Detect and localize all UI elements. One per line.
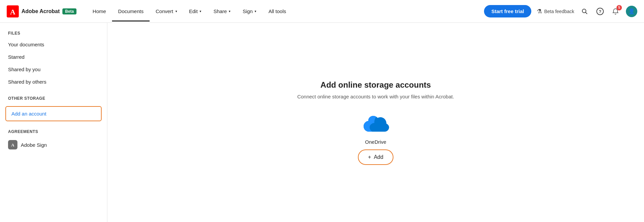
help-button[interactable]: ?: [595, 6, 605, 16]
add-account-button[interactable]: Add an account: [5, 106, 102, 121]
sidebar-item-shared-by-you[interactable]: Shared by you: [0, 63, 107, 76]
app-header: A Adobe Acrobat Beta Home Documents Conv…: [0, 0, 644, 23]
page-subtitle: Connect online storage accounts to work …: [297, 94, 454, 99]
nav-convert[interactable]: Convert ▾: [150, 1, 183, 21]
notification-badge: 5: [616, 5, 622, 10]
search-icon: [581, 8, 588, 15]
beta-badge: Beta: [62, 8, 76, 14]
beta-feedback-button[interactable]: ⚗ Beta feedback: [537, 8, 574, 15]
acrobat-logo-icon: A: [7, 5, 19, 17]
share-chevron-icon: ▾: [229, 9, 230, 13]
sidebar-item-your-documents[interactable]: Your documents: [0, 38, 107, 51]
sidebar: FILES Your documents Starred Shared by y…: [0, 23, 107, 222]
other-storage-title: OTHER STORAGE: [0, 96, 107, 103]
flask-icon: ⚗: [537, 8, 542, 15]
start-trial-button[interactable]: Start free trial: [484, 5, 532, 17]
svg-text:?: ?: [599, 9, 601, 14]
plus-icon: +: [368, 154, 371, 160]
svg-text:A: A: [10, 8, 15, 16]
svg-text:A: A: [11, 142, 14, 147]
edit-chevron-icon: ▾: [200, 9, 201, 13]
add-label: Add: [374, 154, 383, 160]
sidebar-item-starred[interactable]: Starred: [0, 51, 107, 63]
logo-area: A Adobe Acrobat Beta: [7, 5, 76, 17]
main-content: Add online storage accounts Connect onli…: [107, 23, 644, 222]
other-storage-section: OTHER STORAGE Add an account: [0, 96, 107, 121]
user-avatar[interactable]: 👤: [626, 6, 637, 17]
nav-sign[interactable]: Sign ▾: [236, 1, 262, 21]
onedrive-card: OneDrive + Add: [358, 116, 393, 165]
add-onedrive-button[interactable]: + Add: [358, 149, 393, 165]
agreements-section: AGREEMENTS A Adobe Sign: [0, 129, 107, 153]
sidebar-item-adobe-sign[interactable]: A Adobe Sign: [0, 137, 107, 153]
onedrive-name: OneDrive: [365, 139, 386, 145]
nav-all-tools[interactable]: All tools: [262, 1, 292, 21]
nav-edit[interactable]: Edit ▾: [183, 1, 208, 21]
sidebar-divider-1: [0, 91, 107, 96]
page-title: Add online storage accounts: [320, 80, 431, 90]
adobe-sign-icon: A: [8, 140, 17, 149]
main-nav: Home Documents Convert ▾ Edit ▾ Share ▾ …: [87, 1, 484, 21]
files-section-title: FILES: [0, 31, 107, 38]
search-button[interactable]: [580, 6, 590, 16]
beta-feedback-label: Beta feedback: [544, 9, 574, 14]
svg-line-3: [586, 12, 587, 14]
sign-chevron-icon: ▾: [255, 9, 256, 13]
app-name: Adobe Acrobat: [21, 8, 60, 14]
sidebar-divider-2: [0, 124, 107, 129]
notifications-button[interactable]: 5: [610, 6, 621, 16]
nav-home[interactable]: Home: [87, 1, 112, 21]
files-section: FILES Your documents Starred Shared by y…: [0, 31, 107, 88]
main-layout: FILES Your documents Starred Shared by y…: [0, 23, 644, 222]
agreements-section-title: AGREEMENTS: [0, 129, 107, 137]
nav-documents[interactable]: Documents: [112, 1, 150, 21]
sidebar-item-shared-by-others[interactable]: Shared by others: [0, 76, 107, 88]
header-right: Start free trial ⚗ Beta feedback ? 5: [484, 5, 637, 17]
nav-share[interactable]: Share ▾: [207, 1, 236, 21]
adobe-sign-label: Adobe Sign: [21, 142, 47, 148]
help-icon: ?: [596, 8, 604, 15]
onedrive-icon: [362, 116, 389, 134]
convert-chevron-icon: ▾: [175, 9, 177, 13]
